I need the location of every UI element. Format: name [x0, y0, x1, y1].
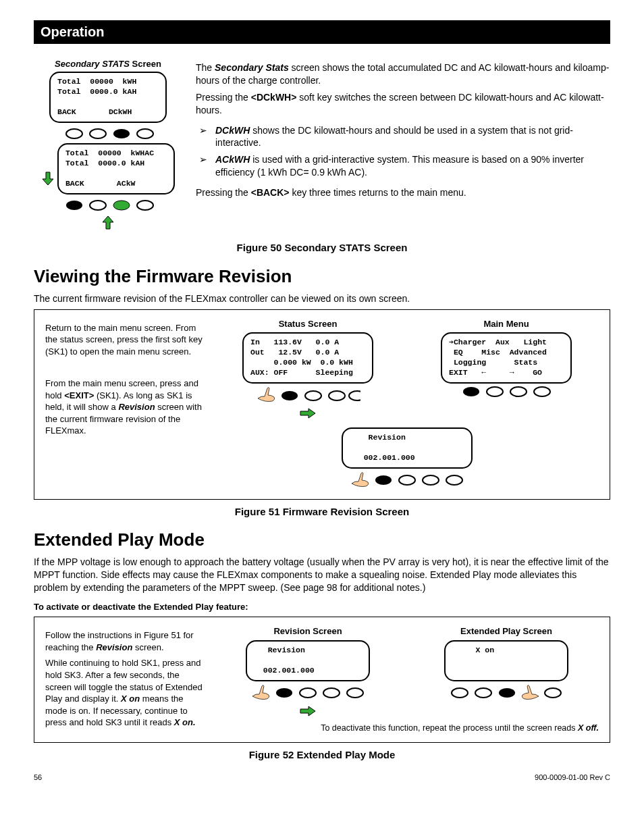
screen-title: Extended Play Screen	[414, 625, 599, 637]
arrow-right-icon	[299, 706, 317, 720]
svg-point-23	[347, 688, 363, 698]
svg-point-22	[323, 688, 340, 698]
svg-point-18	[423, 475, 439, 485]
paragraph: The current firmware revision of the FLE…	[34, 292, 610, 305]
heading: Viewing the Firmware Revision	[34, 265, 610, 288]
softkey-ovals	[215, 683, 400, 704]
hand-icon	[519, 683, 541, 704]
screen-title: Status Screen	[215, 318, 400, 330]
figure-caption: Figure 50 Secondary STATS Screen	[34, 241, 610, 255]
heading: Extended Play Mode	[34, 528, 610, 552]
hand-icon	[350, 470, 371, 491]
lcd-screen-1: Total 00000 kWH Total 0000.0 kAH BACK DC…	[49, 72, 167, 123]
svg-point-6	[113, 201, 130, 210]
svg-point-17	[399, 475, 415, 485]
arrow-up-icon	[101, 215, 115, 233]
sub-heading: To activate or deactivate the Extended P…	[34, 601, 610, 613]
instruction: From the main menu screen, press and hol…	[45, 377, 207, 437]
lcd-revision: Revision 002.001.000	[342, 427, 473, 469]
lcd-extended-play: X on	[444, 640, 568, 681]
figure-caption: Figure 51 Firmware Revision Screen	[34, 505, 610, 519]
paragraph: The Secondary Stats screen shows the tot…	[196, 61, 610, 87]
svg-point-15	[534, 387, 550, 396]
lcd-main-menu: ➔Charger Aux Light EQ Misc Advanced Logg…	[441, 332, 572, 384]
page-number: 56	[34, 773, 42, 783]
svg-point-24	[452, 688, 468, 698]
svg-point-13	[487, 387, 503, 396]
svg-point-3	[137, 129, 153, 138]
screen-title: Revision Screen	[215, 625, 400, 637]
svg-point-25	[475, 688, 491, 698]
doc-ref: 900-0009-01-00 Rev C	[535, 773, 610, 783]
lcd-revision: Revision 002.001.000	[246, 640, 370, 681]
svg-point-27	[545, 688, 561, 698]
paragraph: If the MPP voltage is low enough to appr…	[34, 556, 610, 594]
svg-point-2	[113, 129, 130, 138]
paragraph: Pressing the <DCkWH> soft key switches t…	[196, 91, 610, 117]
svg-point-26	[499, 688, 515, 698]
hand-icon	[256, 385, 277, 406]
svg-point-20	[276, 688, 292, 698]
softkey-ovals	[414, 683, 599, 704]
softkey-ovals-2	[34, 199, 182, 212]
instruction: While continuing to hold SK1, press and …	[45, 657, 207, 728]
note: To deactivate this function, repeat the …	[215, 723, 599, 734]
svg-point-12	[463, 387, 479, 396]
svg-point-4	[66, 201, 82, 210]
svg-point-19	[446, 475, 462, 485]
section-header: Operation	[34, 20, 610, 44]
arrow-down-icon	[41, 171, 55, 189]
svg-point-5	[90, 201, 106, 210]
figure-caption: Figure 52 Extended Play Mode	[34, 748, 610, 762]
svg-point-8	[281, 391, 298, 400]
lcd-screen-2: Total 00000 kWHAC Total 0000.0 kAH BACK …	[57, 143, 175, 194]
svg-point-9	[305, 391, 321, 400]
svg-point-16	[375, 475, 392, 485]
instruction: Return to the main menu screen. From the…	[45, 322, 207, 358]
svg-point-0	[66, 129, 82, 138]
arrow-right-icon	[299, 408, 317, 422]
lcd-status: In 113.6V 0.0 A Out 12.5V 0.0 A 0.000 kW…	[242, 332, 373, 384]
paragraph: Pressing the <BACK> key three times retu…	[196, 186, 610, 199]
svg-point-21	[300, 688, 316, 698]
svg-point-10	[329, 391, 345, 400]
softkey-ovals-1	[34, 127, 182, 140]
softkey-ovals	[414, 385, 599, 398]
screen-title: Main Menu	[414, 318, 599, 330]
svg-point-7	[137, 201, 153, 210]
instruction: Follow the instructions in Figure 51 for…	[45, 629, 207, 653]
svg-point-1	[90, 129, 106, 138]
softkey-ovals	[215, 470, 599, 491]
hand-icon	[250, 683, 272, 704]
softkey-ovals	[215, 385, 400, 406]
svg-point-14	[510, 387, 527, 396]
bullet: ACkWH is used with a grid-interactive sy…	[199, 151, 610, 181]
lcd-label: Secondary STATS Screen	[34, 57, 182, 70]
bullet: DCkWH shows the DC kilowatt-hours and sh…	[199, 122, 610, 152]
svg-point-11	[349, 391, 360, 400]
